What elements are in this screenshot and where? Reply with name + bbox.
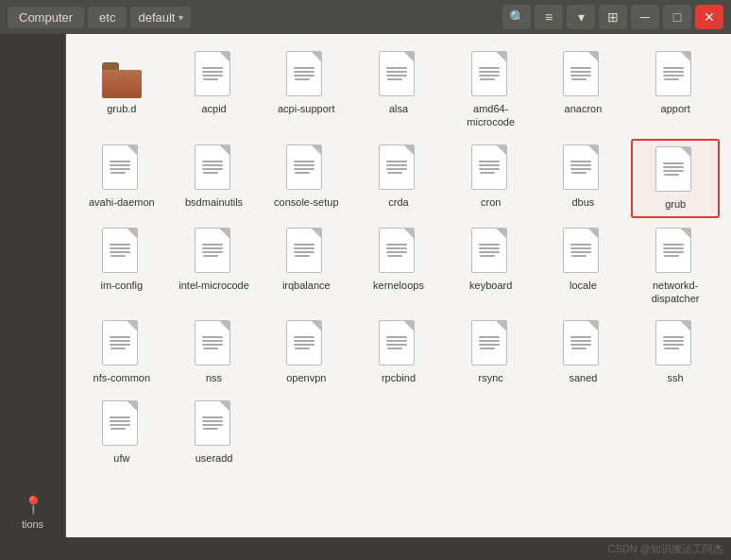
file-item[interactable]: console-setup xyxy=(262,139,350,218)
file-label: ufw xyxy=(113,451,129,465)
doc-icon xyxy=(563,228,599,273)
file-label: grub.d xyxy=(107,102,136,115)
file-label: console-setup xyxy=(274,195,339,209)
doc-icon-wrapper xyxy=(379,51,418,98)
file-item[interactable]: avahi-daemon xyxy=(77,139,166,218)
doc-icon xyxy=(102,144,138,190)
doc-icon-wrapper xyxy=(195,400,234,448)
file-item[interactable]: saned xyxy=(539,314,628,390)
file-item[interactable]: nfs-common xyxy=(77,314,166,390)
doc-icon xyxy=(471,144,507,190)
file-label: saned xyxy=(569,371,597,384)
file-item[interactable]: anacron xyxy=(539,45,628,135)
breadcrumb-computer[interactable]: Computer xyxy=(8,7,84,28)
file-item[interactable]: crda xyxy=(354,139,443,218)
maximize-button[interactable]: □ xyxy=(663,5,691,29)
file-item[interactable]: dbus xyxy=(539,139,628,218)
doc-icon-wrapper xyxy=(655,228,695,275)
file-item[interactable]: networkd-dispatcher xyxy=(631,222,720,312)
titlebar: Computer etc default ▾ 🔍 ≡ ▾ ⊞ ─ □ ✕ xyxy=(0,0,731,34)
grid-view-button[interactable]: ⊞ xyxy=(599,5,627,29)
breadcrumb-default-label: default xyxy=(138,10,175,25)
file-item[interactable]: kerneloops xyxy=(354,222,443,312)
doc-icon-wrapper xyxy=(471,51,511,98)
locations-icon: 📍 xyxy=(23,495,43,516)
doc-icon xyxy=(379,51,415,96)
doc-icon-wrapper xyxy=(286,144,326,192)
doc-icon xyxy=(286,228,322,273)
doc-icon-wrapper xyxy=(379,228,418,275)
doc-icon-wrapper xyxy=(102,228,142,275)
doc-icon-wrapper xyxy=(195,144,234,192)
file-item[interactable]: grub.d xyxy=(77,45,166,135)
file-item[interactable]: im-config xyxy=(77,222,166,312)
doc-icon xyxy=(195,320,230,365)
list-view-button[interactable]: ≡ xyxy=(535,5,563,29)
doc-icon xyxy=(655,228,691,273)
doc-icon xyxy=(563,51,599,96)
file-item[interactable]: openvpn xyxy=(262,314,350,390)
doc-icon xyxy=(563,320,599,365)
doc-icon xyxy=(195,400,230,446)
file-label: im-config xyxy=(101,279,144,292)
file-label: acpid xyxy=(201,102,226,115)
doc-icon xyxy=(655,51,691,96)
file-item[interactable]: nss xyxy=(170,314,259,390)
doc-icon xyxy=(471,51,507,96)
file-item[interactable]: locale xyxy=(539,222,628,312)
doc-icon-wrapper xyxy=(563,144,603,192)
file-item[interactable]: acpid xyxy=(170,45,259,135)
doc-icon-wrapper xyxy=(655,51,695,98)
doc-icon xyxy=(379,144,415,190)
doc-icon xyxy=(286,144,322,190)
chevron-down-icon: ▾ xyxy=(178,12,183,23)
file-item[interactable]: intel-microcode xyxy=(170,222,259,312)
doc-icon-wrapper xyxy=(286,51,326,98)
doc-icon xyxy=(471,320,507,365)
breadcrumb-default-dropdown[interactable]: default ▾ xyxy=(130,7,191,28)
main-layout: 📍 tions grub.d acpid xyxy=(0,34,731,537)
file-label: cron xyxy=(481,195,501,209)
search-button[interactable]: 🔍 xyxy=(502,5,531,29)
file-item[interactable]: amd64-microcode xyxy=(447,45,536,135)
file-item[interactable]: ufw xyxy=(77,395,166,470)
file-label: locale xyxy=(570,279,597,292)
close-button[interactable]: ✕ xyxy=(695,5,723,29)
folder-icon xyxy=(102,51,142,98)
file-item[interactable]: cron xyxy=(447,139,536,218)
file-item[interactable]: bsdmainutils xyxy=(170,139,259,218)
breadcrumb-etc[interactable]: etc xyxy=(88,7,127,28)
content-area[interactable]: grub.d acpid acpi-support xyxy=(66,34,731,537)
doc-icon-wrapper xyxy=(379,144,418,192)
doc-icon-wrapper xyxy=(471,144,511,192)
statusbar: CSDN @知识搬运工阿杰 xyxy=(0,537,731,560)
view-dropdown-button[interactable]: ▾ xyxy=(567,5,595,29)
file-label: anacron xyxy=(565,102,603,115)
doc-icon-wrapper xyxy=(195,320,234,367)
minimize-button[interactable]: ─ xyxy=(631,5,659,29)
file-label: intel-microcode xyxy=(178,279,249,292)
doc-icon xyxy=(286,320,322,365)
file-item[interactable]: ssh xyxy=(631,314,720,390)
file-item[interactable]: acpi-support xyxy=(262,45,350,135)
file-label: openvpn xyxy=(286,371,326,384)
file-item[interactable]: alsa xyxy=(354,45,443,135)
file-label: irqbalance xyxy=(282,279,331,292)
doc-icon-wrapper xyxy=(195,228,234,275)
file-label: useradd xyxy=(196,451,233,465)
sidebar-item-locations[interactable]: 📍 tions xyxy=(0,487,65,537)
file-item[interactable]: keyboard xyxy=(447,222,536,312)
watermark: CSDN @知识搬运工阿杰 xyxy=(608,542,723,556)
file-item[interactable]: rpcbind xyxy=(354,314,443,390)
file-item[interactable]: rsync xyxy=(447,314,536,390)
file-label: apport xyxy=(661,102,690,115)
file-item[interactable]: apport xyxy=(631,45,720,135)
file-label: alsa xyxy=(389,102,408,115)
doc-icon-wrapper xyxy=(471,228,511,275)
file-item[interactable]: irqbalance xyxy=(262,222,350,312)
file-label: avahi-daemon xyxy=(89,195,155,209)
file-item[interactable]: useradd xyxy=(170,395,259,470)
doc-icon xyxy=(102,228,138,273)
file-item[interactable]: grub xyxy=(631,139,720,218)
doc-icon xyxy=(102,320,138,365)
